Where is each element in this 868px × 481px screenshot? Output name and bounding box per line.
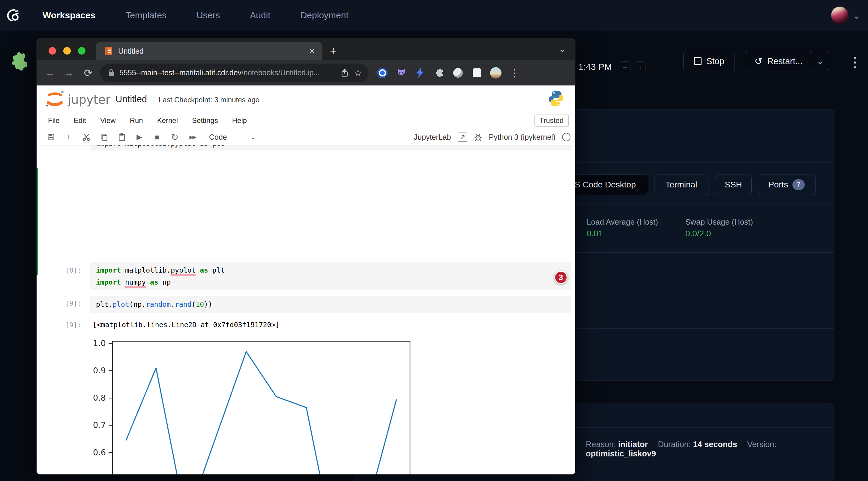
nav-items: Workspaces Templates Users Audit Deploym… [42,10,348,21]
build-reason: initiator [618,440,648,449]
output-text: [<matplotlib.lines.Line2D at 0x7fd03f191… [93,321,280,329]
clipped-cell[interactable]: import matplotlib.pyplot as plt [90,146,571,151]
interrupt-kernel-icon[interactable]: ■ [148,133,166,142]
load-average-value: 0.01 [587,229,603,238]
tab-strip: Untitled × + ⌄ [37,38,575,60]
notebook-favicon [104,46,112,56]
nav-item-users[interactable]: Users [196,10,220,21]
browser-tab[interactable]: Untitled × [96,42,322,60]
menu-kernel[interactable]: Kernel [157,116,178,125]
share-icon[interactable] [341,68,348,77]
browser-toolbar: ← → ⟳ 5555--main--test--matifali.atif.cd… [37,60,575,86]
close-window-button[interactable] [49,47,56,55]
jupyter-header: jupyter Untitled Last Checkpoint: 3 minu… [37,86,575,113]
cell-prompt: [9]: [65,299,81,307]
nav-item-audit[interactable]: Audit [250,10,270,21]
ports-count-badge: 7 [793,179,805,190]
url-host: 5555--main--test--matifali.atif.cdr.dev [119,68,242,77]
cut-cell-icon[interactable] [78,133,95,141]
nav-item-workspaces[interactable]: Workspaces [42,10,95,21]
jupyter-app-puzzle-icon[interactable] [8,52,29,72]
minimize-window-button[interactable] [63,47,71,55]
code-cell-9[interactable]: plt.plot(np.random.rand(10)) [90,296,571,313]
swap-usage-label: Swap Usage (Host) [685,217,753,227]
address-bar[interactable]: 5555--main--test--matifali.atif.cdr.dev/… [100,64,369,82]
chrome-browser-window: Untitled × + ⌄ ← → ⟳ 5555--main--test--m… [37,38,575,474]
chevron-down-icon: ⌄ [812,57,829,66]
copy-cell-icon[interactable] [95,133,113,141]
restart-split-button[interactable]: ↺ Restart... [745,51,812,71]
svg-text:0.9: 0.9 [93,366,106,375]
menu-settings[interactable]: Settings [192,116,218,125]
coder-logo[interactable] [5,7,21,23]
external-link-icon[interactable]: ↗ [458,133,467,141]
paste-cell-icon[interactable] [113,133,130,141]
extension-badge: 3 [554,271,567,284]
lightning-extension-icon[interactable] [411,68,430,78]
matplotlib-line-chart: 0.20.30.40.50.60.70.80.91.002468 [81,334,426,474]
chevron-down-icon[interactable]: ⌄ [250,133,256,141]
load-average-label: Load Average (Host) [587,217,658,227]
build-duration: 14 seconds [693,440,737,449]
close-tab-icon[interactable]: × [309,46,315,56]
tab-search-chevron-icon[interactable]: ⌄ [558,43,566,54]
build-info-row: Reason: initiator Duration: 14 seconds V… [586,440,834,458]
nav-item-deployment[interactable]: Deployment [301,10,348,21]
schedule-time: 1:43 PM [578,62,612,72]
active-cell-indicator [37,168,38,275]
cell-type-dropdown[interactable]: Code [209,133,227,141]
menu-view[interactable]: View [100,116,116,125]
kernel-status-icon [562,133,570,141]
run-all-icon[interactable]: ▶▶ [184,134,201,140]
ssh-button[interactable]: SSH [715,174,752,195]
checkpoint-status: Last Checkpoint: 3 minutes ago [159,96,259,104]
open-jupyterlab-link[interactable]: JupyterLab [414,133,451,141]
jupyter-toolbar: + ▶ ■ ↻ ▶▶ Code ⌄ JupyterLab ↗ Python 3 … [37,129,575,146]
stop-button[interactable]: Stop [683,51,735,71]
ghost-extension-icon[interactable] [448,68,467,78]
menu-edit[interactable]: Edit [74,116,86,125]
back-icon[interactable]: ← [40,67,59,78]
menu-file[interactable]: File [48,116,60,125]
code-cell-8[interactable]: import matplotlib.pyplot as plt import n… [90,262,571,290]
maximize-window-button[interactable] [78,47,86,55]
schedule-minus-button[interactable]: − [620,62,630,74]
ports-button[interactable]: Ports 7 [757,174,815,195]
lock-icon [108,69,115,77]
forward-icon[interactable]: → [59,67,79,78]
reload-icon[interactable]: ⟳ [79,67,98,79]
chevron-down-icon[interactable]: ⌄ [853,10,860,21]
user-avatar[interactable] [831,7,848,24]
tab-title: Untitled [118,47,309,56]
notebook-content: import matplotlib.pyplot as plt [8]: imp… [37,146,575,474]
notebook-title[interactable]: Untitled [116,94,147,105]
extensions-puzzle-icon[interactable] [430,68,448,78]
bookmark-star-icon[interactable]: ☆ [354,67,362,78]
top-navigation: Workspaces Templates Users Audit Deploym… [0,0,868,31]
jupyter-logo [44,89,65,109]
onepassword-extension-icon[interactable] [373,68,392,78]
trusted-button[interactable]: Trusted [534,115,569,127]
debugger-bug-icon[interactable] [474,133,482,141]
restart-options-button[interactable]: ⌄ [812,51,829,71]
cat-extension-icon[interactable] [392,68,411,78]
browser-menu-kebab-icon[interactable]: ⋮ [505,67,524,79]
terminal-button[interactable]: Terminal [654,174,708,195]
stop-icon [694,57,702,65]
schedule-plus-button[interactable]: + [634,62,646,74]
new-tab-button[interactable]: + [330,45,337,58]
chrome-profile-avatar[interactable] [486,67,505,78]
swap-usage-value: 0.0/2.0 [685,229,711,238]
cell-prompt: [8]: [65,266,81,274]
workspace-menu-kebab[interactable] [852,53,858,71]
run-cell-icon[interactable]: ▶ [130,133,148,141]
add-cell-icon[interactable]: + [60,132,78,142]
nav-item-templates[interactable]: Templates [125,10,166,21]
save-icon[interactable] [42,133,60,141]
restart-icon: ↺ [754,56,763,66]
kernel-name[interactable]: Python 3 (ipykernel) [489,133,555,141]
menu-run[interactable]: Run [130,116,143,125]
menu-help[interactable]: Help [232,116,247,125]
reader-extension-icon[interactable] [467,68,486,77]
restart-kernel-icon[interactable]: ↻ [166,132,184,142]
